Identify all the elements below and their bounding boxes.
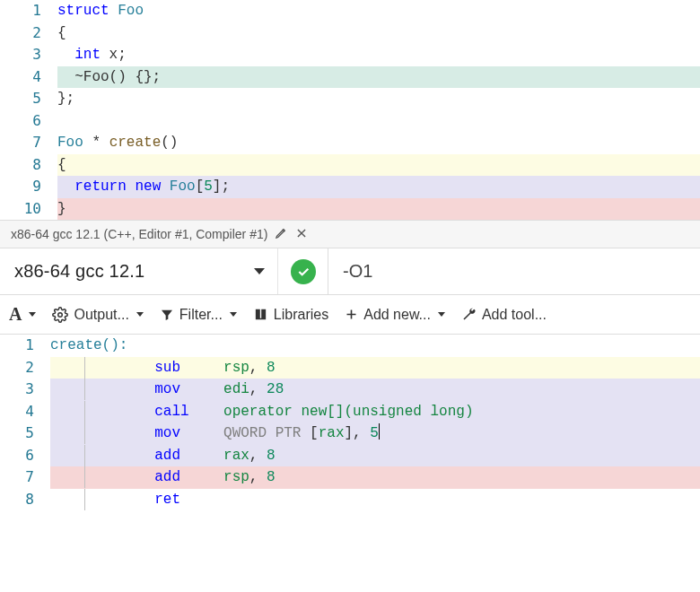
source-line[interactable]: 10} bbox=[0, 198, 700, 221]
asm-line-text: add rax, 8 bbox=[50, 445, 700, 467]
gear-icon bbox=[52, 307, 68, 323]
source-line-text: } bbox=[57, 198, 700, 221]
add-tool-label: Add tool... bbox=[482, 307, 547, 323]
compiler-config-row: x86-64 gcc 12.1 -O1 bbox=[0, 248, 700, 295]
source-line-text: int x; bbox=[57, 44, 700, 66]
assembly-viewer[interactable]: 1create():2 sub rsp, 83 mov edi, 284 cal… bbox=[0, 335, 700, 510]
compiler-tab-bar: x86-64 gcc 12.1 (C++, Editor #1, Compile… bbox=[0, 220, 700, 248]
asm-line[interactable]: 4 call operator new[](unsigned long) bbox=[0, 401, 700, 423]
compiler-select[interactable]: x86-64 gcc 12.1 bbox=[0, 248, 278, 294]
wrench-icon bbox=[461, 307, 477, 322]
source-line[interactable]: 8{ bbox=[0, 154, 700, 177]
line-number: 9 bbox=[0, 176, 57, 198]
line-number: 10 bbox=[0, 198, 57, 221]
line-number: 4 bbox=[0, 401, 50, 423]
asm-toolbar: A Output... Filter... Libraries Add new.… bbox=[0, 295, 700, 335]
line-number: 3 bbox=[0, 379, 50, 401]
asm-line[interactable]: 2 sub rsp, 8 bbox=[0, 357, 700, 379]
source-line-text: }; bbox=[57, 88, 700, 110]
add-tool-button[interactable]: Add tool... bbox=[461, 307, 547, 323]
asm-line-text: mov QWORD PTR [rax], 5 bbox=[50, 422, 700, 445]
source-line-text bbox=[57, 110, 700, 133]
line-number: 3 bbox=[0, 44, 57, 66]
source-line-text: ~Foo() {}; bbox=[57, 66, 700, 89]
source-line-text: Foo * create() bbox=[57, 132, 700, 154]
source-line[interactable]: 7Foo * create() bbox=[0, 132, 700, 154]
source-line-text: struct Foo bbox=[57, 0, 700, 22]
line-number: 1 bbox=[0, 0, 57, 22]
source-line[interactable]: 1struct Foo bbox=[0, 0, 700, 22]
line-number: 5 bbox=[0, 422, 50, 445]
asm-line-text: call operator new[](unsigned long) bbox=[50, 401, 700, 423]
source-line[interactable]: 5}; bbox=[0, 88, 700, 110]
output-button[interactable]: Output... bbox=[52, 307, 143, 323]
asm-line[interactable]: 6 add rax, 8 bbox=[0, 445, 700, 467]
chevron-down-icon bbox=[29, 312, 36, 317]
source-line[interactable]: 4 ~Foo() {}; bbox=[0, 66, 700, 89]
asm-line[interactable]: 5 mov QWORD PTR [rax], 5 bbox=[0, 422, 700, 445]
svg-point-0 bbox=[58, 312, 63, 317]
line-number: 1 bbox=[0, 335, 50, 357]
output-label: Output... bbox=[74, 307, 128, 323]
edit-tab-icon[interactable] bbox=[275, 226, 288, 242]
source-line[interactable]: 6 bbox=[0, 110, 700, 133]
chevron-down-icon bbox=[254, 268, 265, 274]
chevron-down-icon bbox=[230, 312, 237, 317]
source-line[interactable]: 2{ bbox=[0, 22, 700, 45]
font-icon: A bbox=[9, 304, 22, 325]
compiler-name: x86-64 gcc 12.1 bbox=[14, 261, 144, 282]
line-number: 8 bbox=[0, 154, 57, 177]
source-line-text: { bbox=[57, 22, 700, 45]
line-number: 4 bbox=[0, 66, 57, 89]
source-editor[interactable]: 1struct Foo2{3 int x;4 ~Foo() {};5};67Fo… bbox=[0, 0, 700, 220]
compile-status[interactable] bbox=[278, 248, 328, 294]
chevron-down-icon bbox=[438, 312, 445, 317]
asm-line[interactable]: 1create(): bbox=[0, 335, 700, 357]
libraries-label: Libraries bbox=[274, 307, 328, 323]
chevron-down-icon bbox=[136, 312, 144, 317]
plus-icon bbox=[345, 308, 358, 321]
compiler-options-value: -O1 bbox=[343, 261, 372, 282]
add-new-label: Add new... bbox=[363, 307, 431, 323]
asm-line[interactable]: 8 ret bbox=[0, 489, 700, 511]
compiler-options-input[interactable]: -O1 bbox=[328, 261, 700, 282]
asm-line-text: mov edi, 28 bbox=[50, 379, 700, 401]
filter-label: Filter... bbox=[179, 307, 223, 323]
line-number: 6 bbox=[0, 110, 57, 133]
asm-line[interactable]: 7 add rsp, 8 bbox=[0, 466, 700, 489]
line-number: 7 bbox=[0, 132, 57, 154]
asm-line-text: create(): bbox=[50, 335, 700, 357]
asm-line-text: sub rsp, 8 bbox=[50, 357, 700, 379]
line-number: 8 bbox=[0, 489, 50, 511]
text-cursor bbox=[379, 423, 380, 440]
source-line-text: { bbox=[57, 154, 700, 177]
check-icon bbox=[291, 259, 316, 284]
add-new-button[interactable]: Add new... bbox=[345, 307, 445, 323]
book-icon bbox=[253, 307, 268, 322]
source-line-text: return new Foo[5]; bbox=[57, 176, 700, 198]
close-tab-icon[interactable] bbox=[295, 227, 308, 242]
font-size-button[interactable]: A bbox=[9, 304, 36, 325]
asm-line-text: ret bbox=[50, 489, 700, 511]
line-number: 7 bbox=[0, 466, 50, 489]
line-number: 6 bbox=[0, 445, 50, 467]
asm-line-text: add rsp, 8 bbox=[50, 466, 700, 489]
line-number: 5 bbox=[0, 88, 57, 110]
filter-icon bbox=[160, 308, 174, 322]
line-number: 2 bbox=[0, 22, 57, 45]
filter-button[interactable]: Filter... bbox=[160, 307, 237, 323]
asm-line[interactable]: 3 mov edi, 28 bbox=[0, 379, 700, 401]
libraries-button[interactable]: Libraries bbox=[253, 307, 328, 323]
compiler-tab-label[interactable]: x86-64 gcc 12.1 (C++, Editor #1, Compile… bbox=[11, 227, 267, 241]
source-line[interactable]: 3 int x; bbox=[0, 44, 700, 66]
line-number: 2 bbox=[0, 357, 50, 379]
source-line[interactable]: 9 return new Foo[5]; bbox=[0, 176, 700, 198]
